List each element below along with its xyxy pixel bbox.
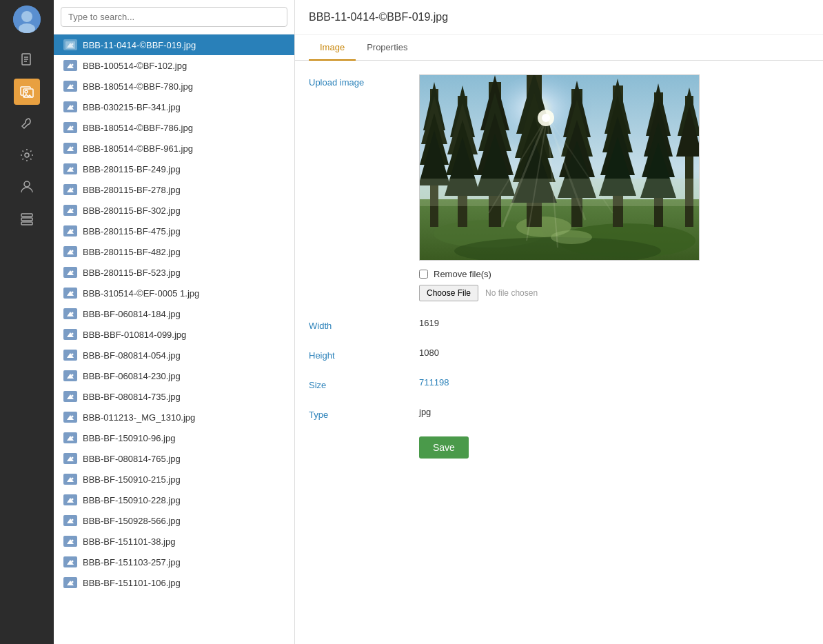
- tab-properties[interactable]: Properties: [356, 35, 418, 61]
- svg-point-60: [72, 332, 74, 334]
- search-bar: [54, 0, 294, 34]
- save-row: Save: [309, 436, 809, 459]
- list-item[interactable]: BBB-280115-BF-482.jpg: [54, 241, 294, 262]
- list-item[interactable]: BBB-280115-BF-523.jpg: [54, 262, 294, 283]
- file-name: BBB-BF-150910-228.jpg: [83, 495, 181, 505]
- list-item[interactable]: BBB-030215-BF-341.jpg: [54, 97, 294, 117]
- file-name: BBB-BBF-010814-099.jpg: [83, 330, 186, 340]
- list-item[interactable]: BBB-BF-151103-257.jpg: [54, 552, 294, 572]
- file-name: BBB-100514-©BF-102.jpg: [83, 61, 187, 71]
- upload-image-row: Upload image: [309, 74, 809, 301]
- list-item[interactable]: BBB-310514-©EF-0005 1.jpg: [54, 283, 294, 303]
- file-name: BBB-030215-BF-341.jpg: [83, 102, 181, 112]
- file-icon: [63, 329, 77, 340]
- file-name: BBB-011213-_MG_1310.jpg: [83, 412, 195, 423]
- list-item[interactable]: BBB-BF-060814-184.jpg: [54, 303, 294, 324]
- list-item[interactable]: BBB-11-0414-©BBF-019.jpg: [54, 34, 294, 55]
- document-icon[interactable]: [14, 47, 40, 73]
- remove-files-label[interactable]: Remove file(s): [434, 269, 491, 279]
- list-item[interactable]: BBB-280115-BF-278.jpg: [54, 179, 294, 200]
- svg-point-51: [72, 270, 74, 272]
- file-icon: [63, 536, 77, 547]
- type-label: Type: [309, 407, 419, 420]
- main-body: Upload image: [295, 61, 823, 644]
- svg-point-39: [72, 188, 74, 190]
- list-item[interactable]: BBB-180514-©BBF-786.jpg: [54, 117, 294, 138]
- list-item[interactable]: BBB-BF-080814-765.jpg: [54, 448, 294, 469]
- list-item[interactable]: BBB-BF-080814-735.jpg: [54, 386, 294, 407]
- image-preview: [419, 74, 700, 261]
- file-icon: [63, 60, 77, 71]
- no-file-text: No file chosen: [485, 288, 538, 298]
- file-name: BBB-BF-150910-96.jpg: [83, 433, 175, 443]
- list-item[interactable]: BBB-280115-BF-475.jpg: [54, 221, 294, 241]
- file-name: BBB-280115-BF-302.jpg: [83, 205, 181, 216]
- svg-point-96: [72, 581, 74, 583]
- file-name: BBB-180514-©BBF-961.jpg: [83, 143, 193, 154]
- svg-point-42: [72, 208, 74, 210]
- list-item[interactable]: BBB-180514-©BBF-780.jpg: [54, 76, 294, 97]
- list-item[interactable]: BBB-BF-150910-96.jpg: [54, 427, 294, 448]
- file-name: BBB-BF-080814-054.jpg: [83, 350, 181, 361]
- svg-point-81: [72, 477, 74, 479]
- list-item[interactable]: BBB-280115-BF-249.jpg: [54, 159, 294, 179]
- svg-point-75: [72, 436, 74, 438]
- wrench-icon[interactable]: [14, 110, 40, 137]
- size-value: 711198: [419, 377, 809, 388]
- file-icon: [63, 184, 77, 195]
- list-item[interactable]: BBB-100514-©BF-102.jpg: [54, 55, 294, 76]
- page-title: BBB-11-0414-©BBF-019.jpg: [295, 0, 823, 35]
- list-item[interactable]: BBB-BF-150928-566.jpg: [54, 510, 294, 531]
- list-item[interactable]: BBB-BF-151101-38.jpg: [54, 531, 294, 552]
- choose-file-button[interactable]: Choose File: [419, 285, 478, 301]
- file-icon: [63, 246, 77, 257]
- list-item[interactable]: BBB-BF-150910-215.jpg: [54, 469, 294, 490]
- remove-files-checkbox[interactable]: [419, 270, 428, 279]
- file-icon: [63, 432, 77, 443]
- type-value: jpg: [419, 407, 809, 417]
- svg-point-21: [72, 63, 74, 66]
- image-gallery-icon[interactable]: [14, 79, 40, 105]
- file-icon: [63, 101, 77, 112]
- list-item[interactable]: BBB-BF-080814-054.jpg: [54, 345, 294, 365]
- list-item[interactable]: BBB-BF-060814-230.jpg: [54, 365, 294, 386]
- list-item[interactable]: BBB-011213-_MG_1310.jpg: [54, 407, 294, 427]
- gear-icon[interactable]: [14, 142, 40, 168]
- file-name: BBB-310514-©EF-0005 1.jpg: [83, 288, 199, 299]
- tab-image[interactable]: Image: [309, 35, 356, 61]
- file-icon: [63, 515, 77, 526]
- size-link[interactable]: 711198: [419, 377, 449, 388]
- person-icon[interactable]: [14, 174, 40, 200]
- file-icon: [63, 122, 77, 133]
- list-item[interactable]: BBB-BF-150910-228.jpg: [54, 490, 294, 510]
- svg-point-87: [72, 519, 74, 521]
- file-name: BBB-11-0414-©BBF-019.jpg: [83, 40, 196, 50]
- file-icon: [63, 267, 77, 278]
- avatar[interactable]: [13, 6, 41, 33]
- file-icon: [63, 225, 77, 237]
- save-button[interactable]: Save: [419, 436, 469, 459]
- file-icon: [63, 474, 77, 485]
- list-item[interactable]: BBB-BF-151101-106.jpg: [54, 572, 294, 593]
- svg-point-57: [72, 312, 74, 314]
- tabs: Image Properties: [295, 35, 823, 61]
- file-name: BBB-280115-BF-482.jpg: [83, 247, 181, 257]
- file-icon: [63, 39, 77, 50]
- sidebar: [0, 0, 54, 644]
- file-name: BBB-BF-060814-184.jpg: [83, 309, 181, 319]
- list-icon[interactable]: [14, 205, 40, 232]
- upload-image-label: Upload image: [309, 74, 419, 88]
- file-panel: BBB-11-0414-©BBF-019.jpg BBB-100514-©BF-…: [54, 0, 295, 644]
- file-icon: [63, 205, 77, 216]
- width-row: Width 1619: [309, 318, 809, 331]
- svg-point-33: [72, 146, 74, 148]
- type-row: Type jpg: [309, 407, 809, 420]
- file-name: BBB-180514-©BBF-786.jpg: [83, 123, 193, 133]
- list-item[interactable]: BBB-180514-©BBF-961.jpg: [54, 138, 294, 159]
- search-input[interactable]: [61, 7, 287, 27]
- list-item[interactable]: BBB-280115-BF-302.jpg: [54, 200, 294, 221]
- list-item[interactable]: BBB-BBF-010814-099.jpg: [54, 324, 294, 345]
- svg-point-12: [24, 181, 30, 187]
- file-name: BBB-280115-BF-523.jpg: [83, 268, 181, 278]
- svg-point-78: [72, 456, 74, 459]
